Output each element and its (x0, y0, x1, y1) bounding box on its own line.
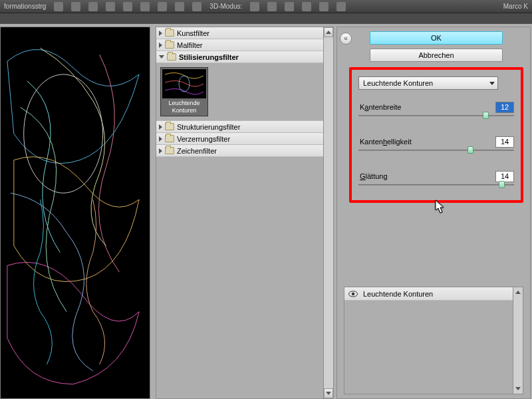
disclosure-triangle-icon[interactable] (159, 148, 162, 154)
toolbar-icon[interactable] (140, 2, 150, 11)
scroll-up-button[interactable] (513, 291, 523, 294)
svg-rect-0 (1, 28, 150, 397)
disclosure-triangle-icon[interactable] (159, 124, 162, 130)
toolbar-icon[interactable] (71, 2, 80, 11)
svg-point-5 (352, 292, 354, 295)
filter-category-stilisierungsfilter[interactable]: Stilisierungsfilter (156, 51, 323, 63)
folder-icon (165, 147, 174, 154)
effect-layer-label: Leuchtende Konturen (363, 290, 433, 298)
folder-icon (165, 41, 174, 49)
chevron-collapse-icon: « (344, 36, 348, 41)
toolbar-icon[interactable] (158, 2, 167, 11)
effect-layer-row[interactable]: Leuchtende Konturen (344, 287, 513, 301)
filter-category-label: Malfilter (177, 41, 203, 49)
filter-preset-dropdown[interactable]: Leuchtende Konturen (358, 76, 498, 90)
toolbar-icon[interactable] (106, 2, 115, 11)
dropdown-value: Leuchtende Konturen (363, 79, 433, 87)
folder-icon (167, 53, 176, 61)
toolbar-icon[interactable] (319, 2, 329, 11)
toolbar-icon[interactable] (302, 2, 311, 11)
annotation-highlight-box: Leuchtende Konturen Kantenbreite 12 Kant… (349, 67, 523, 203)
disclosure-triangle-icon[interactable] (159, 55, 164, 59)
effect-layers-list: Leuchtende Konturen (344, 287, 523, 394)
filter-category-verzerrungsfilter[interactable]: Verzerrungsfilter (156, 133, 323, 145)
slider-kantenbreite: Kantenbreite 12 (358, 103, 514, 120)
filter-thumb-leuchtende-konturen[interactable]: Leuchtende Konturen (160, 67, 208, 116)
slider-glaettung: Glättung 14 (358, 172, 514, 190)
filter-tree-scrollbar[interactable] (323, 27, 333, 398)
toolbar-icon[interactable] (336, 2, 346, 11)
slider-label: Kantenbreite (360, 103, 401, 111)
toolbar-icon[interactable] (175, 2, 184, 11)
disclosure-triangle-icon[interactable] (159, 31, 162, 36)
ok-button[interactable]: OK (370, 31, 503, 45)
filter-thumb-image-icon (162, 69, 206, 98)
chevron-down-icon (489, 82, 495, 85)
slider-label: Glättung (360, 172, 388, 180)
glowing-edges-preview-icon (1, 27, 150, 398)
filter-category-zeichenfilter[interactable]: Zeichenfilter (156, 145, 323, 157)
slider-track[interactable] (358, 184, 514, 186)
app-menubar: formationsstrg 3D-Modus: Marco K (0, 0, 532, 13)
effect-layers-scrollbar[interactable] (513, 287, 523, 394)
slider-track[interactable] (358, 115, 514, 116)
preview-panel (0, 24, 154, 399)
filter-category-label: Kunstfilter (177, 29, 209, 37)
toolbar-icon[interactable] (285, 2, 294, 11)
disclosure-triangle-icon[interactable] (159, 136, 162, 142)
filter-category-malfilter[interactable]: Malfilter (156, 39, 323, 51)
filter-category-label: Stilisierungsfilter (179, 53, 239, 61)
visibility-eye-icon[interactable] (347, 289, 359, 299)
slider-kantenhelligkeit: Kantenhelligkeit 14 (358, 138, 514, 155)
toolbar-icon[interactable] (54, 2, 63, 11)
menubar-text-left: formationsstrg (4, 3, 46, 10)
menubar-3d-label: 3D-Modus: (209, 3, 242, 10)
filter-tree-panel: Kunstfilter Malfilter Stilisierungsfilte… (154, 24, 335, 399)
scroll-down-button[interactable] (324, 388, 333, 398)
filter-category-kunstfilter[interactable]: Kunstfilter (156, 27, 323, 39)
filter-category-label: Zeichenfilter (177, 147, 217, 155)
preview-canvas[interactable] (0, 27, 150, 399)
controls-panel: « OK Abbrechen Leuchtende Konturen Kante… (335, 24, 532, 399)
filter-thumbs: Leuchtende Konturen (156, 63, 323, 121)
folder-icon (165, 29, 174, 37)
slider-value-input[interactable]: 14 (495, 171, 514, 182)
filter-gallery-dialog: Kunstfilter Malfilter Stilisierungsfilte… (0, 24, 532, 399)
filter-category-strukturierungsfilter[interactable]: Strukturierungsfilter (156, 121, 323, 133)
folder-icon (165, 123, 174, 130)
slider-handle[interactable] (467, 146, 473, 154)
toolbar-icon[interactable] (267, 2, 277, 11)
collapse-button[interactable]: « (340, 33, 352, 45)
filter-thumb-caption: Leuchtende Konturen (162, 98, 206, 114)
slider-track[interactable] (358, 150, 514, 151)
scroll-down-button[interactable] (513, 384, 523, 394)
scroll-up-button[interactable] (324, 27, 333, 37)
slider-handle[interactable] (483, 112, 489, 119)
toolbar-icon[interactable] (250, 2, 259, 11)
toolbar-icon[interactable] (88, 2, 98, 11)
toolbar-icon[interactable] (123, 2, 132, 11)
slider-label: Kantenhelligkeit (360, 138, 412, 146)
menubar-user: Marco K (503, 3, 528, 10)
slider-value-input[interactable]: 14 (495, 136, 514, 148)
slider-value-input[interactable]: 12 (495, 102, 514, 113)
folder-icon (165, 135, 174, 142)
cancel-button[interactable]: Abbrechen (370, 49, 503, 62)
filter-tree-scroll: Kunstfilter Malfilter Stilisierungsfilte… (156, 27, 334, 399)
filter-category-label: Strukturierungsfilter (177, 123, 240, 131)
slider-handle[interactable] (499, 181, 505, 188)
toolbar-icon[interactable] (192, 2, 201, 11)
filter-category-label: Verzerrungsfilter (177, 135, 230, 143)
disclosure-triangle-icon[interactable] (159, 43, 162, 48)
